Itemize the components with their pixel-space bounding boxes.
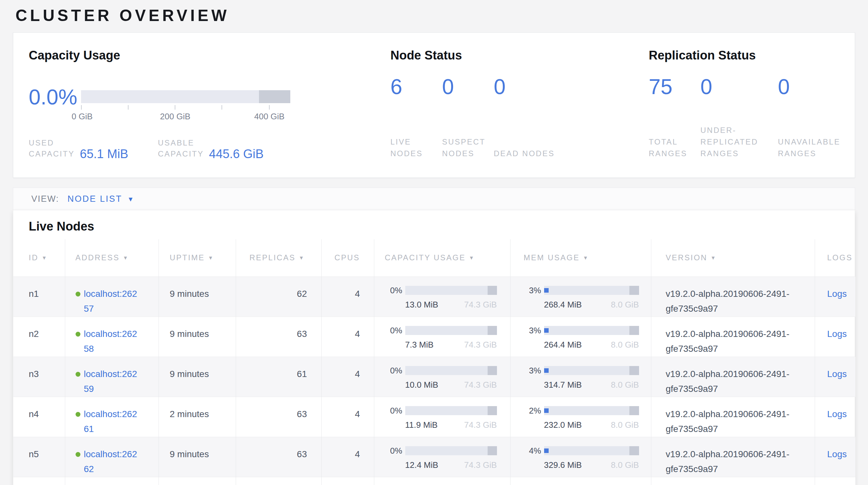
mem-max-value: 8.0 GiB xyxy=(611,460,639,470)
view-dropdown[interactable]: NODE LIST ▼ xyxy=(67,194,134,204)
column-header-address[interactable]: ADDRESS▼ xyxy=(65,239,159,277)
live-status-dot-icon xyxy=(75,412,81,417)
cpus-cell: 4 xyxy=(321,437,374,477)
column-header-id[interactable]: ID▼ xyxy=(13,239,65,277)
column-header-logs: LOGS xyxy=(815,239,856,277)
view-dropdown-value[interactable]: NODE LIST xyxy=(67,194,122,204)
replicas-cell: 61 xyxy=(236,356,321,397)
table-row: n3 localhost:26259 9 minutes 61 4 xyxy=(13,356,856,397)
node-id-cell: n4 xyxy=(13,397,65,437)
mem-percent-label: 3% xyxy=(524,286,541,294)
logs-cell: Logs xyxy=(815,317,856,356)
logs-link[interactable]: Logs xyxy=(827,409,847,419)
replication-status-heading: Replication Status xyxy=(649,48,839,62)
capacity-usage-cell: 0% 10.0 MiB 74.3 GiB xyxy=(374,356,510,397)
mem-used-value: 314.7 MiB xyxy=(544,379,582,390)
used-capacity-label-line2: CAPACITY xyxy=(29,148,74,160)
dead-nodes-stat: 0 DEAD NODES xyxy=(494,62,649,160)
node-address-link[interactable]: localhost:26261 xyxy=(84,407,140,436)
uptime-cell: 2 minutes xyxy=(159,397,236,437)
capacity-used-value: 11.9 MiB xyxy=(405,420,438,430)
capacity-used-value: 10.0 MiB xyxy=(405,379,438,390)
live-status-dot-icon xyxy=(75,292,81,296)
mem-percent-label: 2% xyxy=(524,406,541,415)
logs-link[interactable]: Logs xyxy=(827,289,847,299)
node-address-cell: localhost:26259 xyxy=(65,356,159,397)
capacity-usage-bar xyxy=(405,366,497,375)
sort-arrow-icon: ▼ xyxy=(42,255,48,261)
cpus-cell: 4 xyxy=(321,356,374,397)
capacity-usage-heading: Capacity Usage xyxy=(29,48,391,62)
capacity-used-value: 12.4 MiB xyxy=(405,460,438,470)
live-nodes-table: ID▼ ADDRESS▼ UPTIME▼ REPLICAS▼ CPUS CAPA… xyxy=(13,239,856,485)
axis-label-200: 200 GiB xyxy=(160,112,190,121)
sort-arrow-icon: ▼ xyxy=(123,255,129,261)
replicas-cell: 63 xyxy=(236,437,321,477)
uptime-cell: 9 minutes xyxy=(159,437,236,477)
mem-used-value: 232.0 MiB xyxy=(544,420,582,430)
version-cell: v19.2.0-alpha.20190606-2491-gfe735c9a97 xyxy=(651,317,815,356)
usable-capacity-label-line2: CAPACITY xyxy=(158,148,204,160)
capacity-usage-bar xyxy=(405,326,497,335)
live-status-dot-icon xyxy=(75,452,81,457)
mem-max-value: 8.0 GiB xyxy=(611,299,639,310)
under-replicated-ranges-stat: 0 UNDER-REPLICATED RANGES xyxy=(701,62,778,160)
node-address-link[interactable]: localhost:26259 xyxy=(84,367,140,396)
replicas-cell: 63 xyxy=(236,397,321,437)
node-address-link[interactable]: localhost:26258 xyxy=(84,326,140,356)
column-header-uptime[interactable]: UPTIME▼ xyxy=(159,239,236,277)
table-row: n4 localhost:26261 2 minutes 63 4 xyxy=(13,397,856,437)
logs-link[interactable]: Logs xyxy=(827,369,847,379)
used-capacity-stat: USED CAPACITY 65.1 MiB xyxy=(29,137,158,160)
mem-usage-bar xyxy=(544,446,639,455)
table-header-row: ID▼ ADDRESS▼ UPTIME▼ REPLICAS▼ CPUS CAPA… xyxy=(13,239,856,277)
cpus-cell: 4 xyxy=(321,277,374,317)
column-header-capacity-usage[interactable]: CAPACITY USAGE▼ xyxy=(374,239,510,277)
table-row: n2 localhost:26258 9 minutes 63 4 xyxy=(13,317,856,356)
uptime-cell: 9 minutes xyxy=(159,356,236,397)
replication-status-section: Replication Status 75 TOTAL RANGES 0 UND… xyxy=(649,48,839,160)
unavailable-ranges-value: 0 xyxy=(778,75,839,98)
column-header-cpus: CPUS xyxy=(321,239,374,277)
version-cell: v19.2.0-alpha.20190606-2491-gfe735c9a97 xyxy=(651,277,815,317)
sort-arrow-icon: ▼ xyxy=(583,255,589,261)
unavailable-ranges-label: UNAVAILABLE RANGES xyxy=(778,136,839,160)
logs-link[interactable]: Logs xyxy=(827,329,847,339)
axis-label-400: 400 GiB xyxy=(254,112,284,121)
mem-usage-cell: 3% 314.7 MiB 8.0 GiB xyxy=(510,356,651,397)
capacity-usage-bar xyxy=(405,446,497,455)
capacity-bar-nonusable-segment xyxy=(259,90,290,103)
logs-link[interactable]: Logs xyxy=(827,449,847,459)
mem-usage-cell: 4% 329.6 MiB 8.0 GiB xyxy=(510,437,651,477)
node-address-link[interactable]: localhost:26257 xyxy=(84,286,140,316)
capacity-max-value: 74.3 GiB xyxy=(464,379,497,390)
live-nodes-value: 6 xyxy=(391,75,442,98)
mem-max-value: 8.0 GiB xyxy=(611,340,639,350)
column-header-replicas[interactable]: REPLICAS▼ xyxy=(236,239,321,277)
axis-label-0: 0 GiB xyxy=(72,112,93,121)
cluster-summary-card: Capacity Usage 0.0% 0 GiB xyxy=(13,32,855,178)
capacity-bar-track xyxy=(81,90,290,103)
node-id-cell: n5 xyxy=(13,437,65,477)
logs-cell: Logs xyxy=(815,277,856,317)
capacity-usage-cell: 0% 12.4 MiB 74.3 GiB xyxy=(374,437,510,477)
live-nodes-stat: 6 LIVE NODES xyxy=(391,62,442,160)
sort-arrow-icon: ▼ xyxy=(299,255,305,261)
usable-capacity-value: 445.6 GiB xyxy=(209,148,264,160)
logs-cell: Logs xyxy=(815,437,856,477)
node-address-link[interactable]: localhost:26262 xyxy=(84,447,140,477)
column-header-mem-usage[interactable]: MEM USAGE▼ xyxy=(510,239,651,277)
under-replicated-ranges-value: 0 xyxy=(701,75,778,98)
node-address-cell: localhost:26262 xyxy=(65,437,159,477)
chevron-down-icon: ▼ xyxy=(128,196,134,203)
dead-nodes-value: 0 xyxy=(494,75,649,98)
mem-used-value: 264.4 MiB xyxy=(544,340,582,350)
mem-usage-cell: 3% 264.4 MiB 8.0 GiB xyxy=(510,317,651,356)
node-address-cell: localhost:26258 xyxy=(65,317,159,356)
mem-used-value: 329.6 MiB xyxy=(544,460,582,470)
capacity-max-value: 74.3 GiB xyxy=(464,420,497,430)
capacity-used-value: 7.3 MiB xyxy=(405,340,434,350)
column-header-version[interactable]: VERSION▼ xyxy=(651,239,815,277)
used-capacity-value: 65.1 MiB xyxy=(80,148,128,160)
uptime-cell: 9 minutes xyxy=(159,317,236,356)
